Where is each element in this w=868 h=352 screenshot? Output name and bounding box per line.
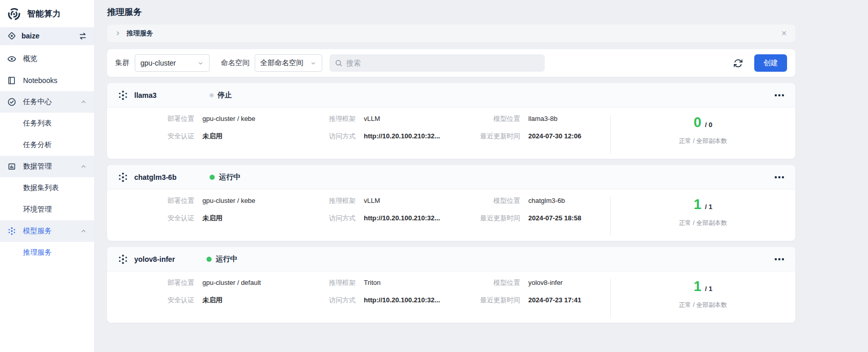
replica-caption: 正常 / 全部副本数 <box>679 219 727 227</box>
cluster-select[interactable]: gpu-cluster <box>135 54 210 72</box>
service-hub-icon <box>117 254 129 265</box>
field-label: 访问方式 <box>307 213 356 223</box>
field-label: 访问方式 <box>307 131 356 141</box>
search-input[interactable] <box>346 59 540 67</box>
service-name[interactable]: chatglm3-6b <box>134 173 176 181</box>
service-name[interactable]: yolov8-infer <box>134 255 175 263</box>
sidebar: 智能算力 baize 概览 <box>0 0 95 352</box>
sidebar-item-label: 数据管理 <box>23 162 52 171</box>
access-url-value: http://10.20.100.210:32... <box>364 295 450 305</box>
sidebar-item-label: 模型服务 <box>23 226 52 236</box>
service-hub-icon <box>117 172 129 183</box>
replica-ready-count: 0 <box>694 115 701 130</box>
field-label: 模型位置 <box>459 278 520 288</box>
sidebar-item-task-list[interactable]: 任务列表 <box>0 113 94 134</box>
workspace-icon <box>7 31 16 40</box>
service-hub-icon <box>117 90 129 101</box>
switch-workspace-icon[interactable] <box>78 32 87 40</box>
updated-time-value: 2024-07-23 17:41 <box>528 295 610 305</box>
field-label: 访问方式 <box>307 295 356 305</box>
field-label: 模型位置 <box>459 196 520 206</box>
eye-icon <box>7 54 16 64</box>
namespace-label: 命名空间 <box>221 58 250 68</box>
chevron-up-icon <box>80 163 87 170</box>
sidebar-divider <box>0 45 94 45</box>
status-dot <box>206 257 212 262</box>
updated-time-value: 2024-07-25 18:58 <box>528 213 610 223</box>
filter-bar: 集群 gpu-cluster 命名空间 全部命名空间 <box>107 49 795 77</box>
status-text: 停止 <box>218 91 232 100</box>
access-url-value: http://10.20.100.210:32... <box>364 131 450 141</box>
replica-ready-count: 1 <box>694 197 701 212</box>
model-location-value: llama3-8b <box>528 114 610 124</box>
chevron-up-icon <box>80 98 87 106</box>
deploy-location-value: gpu-cluster / kebe <box>202 196 299 206</box>
page-title: 推理服务 <box>107 6 795 18</box>
status-dot <box>210 175 215 180</box>
sidebar-item-notebooks[interactable]: Notebooks <box>0 70 94 91</box>
sidebar-item-dataset-list[interactable]: 数据集列表 <box>0 177 94 199</box>
sidebar-item-overview[interactable]: 概览 <box>0 48 94 70</box>
sidebar-item-label: 环境管理 <box>23 205 52 214</box>
replica-block: 1 / 1 正常 / 全部副本数 <box>611 278 795 323</box>
model-location-value: yolov8-infer <box>528 278 610 288</box>
create-button[interactable]: 创建 <box>754 54 787 72</box>
field-label: 推理框架 <box>307 114 356 124</box>
framework-value: vLLM <box>364 114 450 124</box>
namespace-select-value: 全部命名空间 <box>260 58 303 68</box>
field-label: 最近更新时间 <box>459 213 520 223</box>
replica-caption: 正常 / 全部副本数 <box>679 301 727 309</box>
chevron-right-icon[interactable] <box>114 30 121 37</box>
namespace-select[interactable]: 全部命名空间 <box>255 54 322 72</box>
more-actions-icon[interactable] <box>774 173 785 181</box>
replica-caption: 正常 / 全部副本数 <box>679 137 727 146</box>
field-label: 安全认证 <box>107 131 194 141</box>
search-box[interactable] <box>329 54 545 72</box>
field-label: 推理框架 <box>307 278 356 288</box>
cluster-select-value: gpu-cluster <box>140 59 176 67</box>
service-name[interactable]: llama3 <box>134 91 157 99</box>
check-circle-icon <box>7 97 16 107</box>
sidebar-group-task-center[interactable]: 任务中心 <box>0 91 94 113</box>
status-text: 运行中 <box>219 173 240 182</box>
auth-value: 未启用 <box>202 295 299 305</box>
field-label: 部署位置 <box>107 196 194 206</box>
workspace-selector[interactable]: baize <box>0 27 94 45</box>
sidebar-item-label: 推理服务 <box>23 248 52 257</box>
cluster-label: 集群 <box>115 58 130 68</box>
status-dot <box>210 93 214 97</box>
sidebar-item-label: 任务分析 <box>23 140 52 150</box>
replica-total-count: / 1 <box>705 203 712 211</box>
field-label: 安全认证 <box>107 295 194 305</box>
more-actions-icon[interactable] <box>774 91 785 99</box>
sidebar-item-task-analysis[interactable]: 任务分析 <box>0 134 94 156</box>
sidebar-item-inference-services[interactable]: 推理服务 <box>0 242 94 263</box>
app-title: 智能算力 <box>27 9 61 19</box>
status-text: 运行中 <box>216 255 237 264</box>
info-collapse-panel[interactable]: 推理服务 ✕ <box>107 25 795 42</box>
refresh-icon[interactable] <box>733 58 743 68</box>
more-actions-icon[interactable] <box>774 255 785 263</box>
model-hub-icon <box>7 226 16 236</box>
notebook-icon <box>7 76 16 85</box>
sidebar-group-model-services[interactable]: 模型服务 <box>0 220 94 242</box>
access-url-value: http://10.20.100.210:32... <box>364 213 450 223</box>
data-chart-icon <box>7 162 16 171</box>
sidebar-group-data-management[interactable]: 数据管理 <box>0 156 94 177</box>
sidebar-item-environment-management[interactable]: 环境管理 <box>0 199 94 220</box>
sidebar-item-label: 任务列表 <box>23 119 52 128</box>
close-icon[interactable]: ✕ <box>780 29 788 38</box>
field-label: 模型位置 <box>459 114 520 124</box>
workspace-name: baize <box>22 32 73 40</box>
search-icon <box>335 59 343 67</box>
service-card-chatglm3-6b: chatglm3-6b 运行中 部署位置 gpu-cluster / kebe … <box>107 165 795 241</box>
model-location-value: chatglm3-6b <box>528 196 610 206</box>
sidebar-item-label: 数据集列表 <box>23 183 59 193</box>
chevron-down-icon <box>197 60 204 67</box>
sidebar-item-label: 任务中心 <box>23 97 52 107</box>
field-label: 安全认证 <box>107 213 194 223</box>
auth-value: 未启用 <box>202 131 299 141</box>
chevron-down-icon <box>310 60 317 67</box>
field-label: 最近更新时间 <box>459 295 520 305</box>
updated-time-value: 2024-07-30 12:06 <box>528 131 610 141</box>
